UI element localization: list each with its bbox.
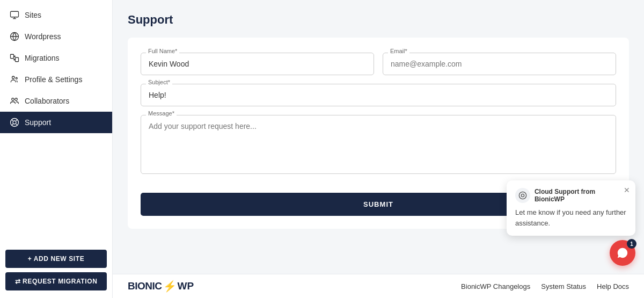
collaborators-icon [10,96,19,106]
monitor-icon [10,10,19,20]
svg-point-9 [15,98,18,101]
bionic-logo: BIONIC ⚡ WP [128,280,194,293]
sidebar-item-profile[interactable]: Profile & Settings [0,69,112,90]
svg-line-14 [16,120,18,121]
footer-link-changelogs[interactable]: BionicWP Changelogs [461,282,530,290]
sidebar-item-collaborators[interactable]: Collaborators [0,90,112,112]
chat-close-button[interactable]: ✕ [624,186,630,194]
footer-link-help[interactable]: Help Docs [597,282,629,290]
sidebar-item-wordpress[interactable]: Wordpress [0,26,112,47]
footer-bar: BIONIC ⚡ WP BionicWP Changelogs System S… [113,274,644,298]
support-icon [10,118,19,127]
migrations-icon [10,53,19,63]
sidebar-bottom-buttons: + ADD NEW SITE ⇄ REQUEST MIGRATION [0,243,112,298]
message-group: Message* [141,115,616,176]
logo-bionic-text: BIONIC [128,280,162,292]
svg-point-17 [521,194,524,197]
logo-wp-text: WP [178,280,194,292]
chat-avatar [515,188,530,203]
sidebar-nav: Sites Wordpress Migrations [0,0,112,243]
chat-badge: 1 [627,239,636,249]
email-group: Email* [383,53,616,75]
sidebar-item-sites[interactable]: Sites [0,4,112,26]
subject-input[interactable] [141,84,616,106]
chat-fab-button[interactable]: 1 [610,240,635,266]
subject-group: Subject* [141,84,616,106]
footer-link-status[interactable]: System Status [541,282,586,290]
wordpress-icon [10,32,19,41]
full-name-group: Full Name* [141,53,374,75]
sidebar-item-label: Sites [25,11,41,19]
message-textarea[interactable] [141,115,616,174]
email-input[interactable] [383,53,616,75]
chat-widget: Cloud Support from BionicWP ✕ Let me kno… [507,180,635,266]
sidebar-item-support[interactable]: Support [0,112,112,133]
sidebar-item-label: Support [25,118,51,127]
page-title: Support [128,13,629,27]
sidebar-item-label: Collaborators [25,97,69,105]
chat-popup: Cloud Support from BionicWP ✕ Let me kno… [507,180,635,236]
sidebar-item-label: Profile & Settings [25,75,82,84]
full-name-input[interactable] [141,53,374,75]
svg-point-6 [12,76,15,79]
sidebar-item-label: Wordpress [25,32,61,41]
svg-point-16 [519,192,526,199]
svg-line-12 [12,120,13,121]
request-migration-button[interactable]: ⇄ REQUEST MIGRATION [5,272,107,290]
form-row-subject: Subject* [141,84,616,106]
message-label: Message* [146,110,177,117]
svg-point-11 [13,121,16,124]
sidebar: Sites Wordpress Migrations [0,0,113,298]
chat-popup-header: Cloud Support from BionicWP [515,188,627,203]
svg-point-7 [16,77,17,79]
svg-line-15 [12,124,13,126]
subject-label: Subject* [146,79,172,85]
sidebar-item-label: Migrations [25,54,60,62]
add-new-site-button[interactable]: + ADD NEW SITE [5,250,107,268]
svg-point-8 [12,98,14,101]
form-row-message: Message* [141,115,616,176]
chat-source: Cloud Support from BionicWP [535,188,627,203]
form-row-name-email: Full Name* Email* [141,53,616,75]
svg-rect-4 [11,54,14,59]
svg-line-13 [16,124,18,126]
full-name-label: Full Name* [146,48,179,54]
chat-message: Let me know if you need any further assi… [515,207,627,228]
logo-bolt-icon: ⚡ [163,280,177,293]
sidebar-item-migrations[interactable]: Migrations [0,47,112,69]
profile-icon [10,75,19,84]
svg-rect-0 [11,11,19,17]
email-label: Email* [388,48,409,54]
footer-links: BionicWP Changelogs System Status Help D… [461,282,629,290]
svg-rect-5 [16,57,19,62]
